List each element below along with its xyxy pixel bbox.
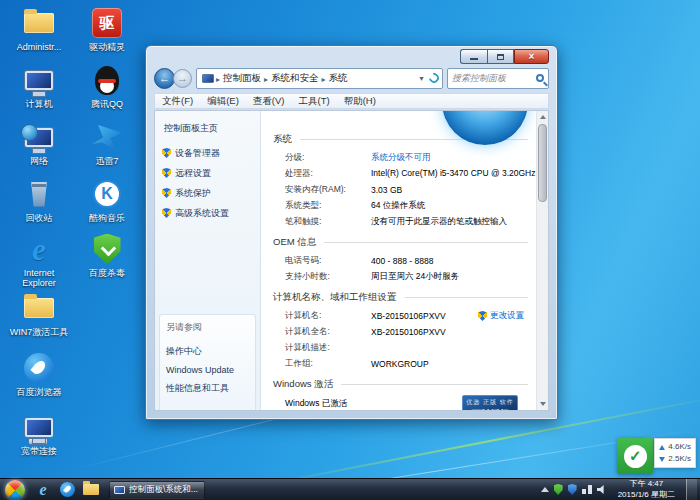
sidebar-item-performance-tools[interactable]: 性能信息和工具 — [166, 378, 249, 398]
network-status-icon[interactable] — [582, 485, 592, 494]
scroll-up-icon[interactable] — [537, 111, 549, 123]
taskbar-ie-button[interactable]: e — [31, 480, 55, 500]
menu-view[interactable]: 查看(V) — [246, 95, 292, 108]
search-box[interactable] — [447, 68, 549, 89]
sidebar-item-advanced-settings[interactable]: 高级系统设置 — [155, 203, 260, 223]
change-settings[interactable]: 更改设置 — [478, 310, 528, 322]
row-label: 计算机名: — [285, 310, 371, 322]
change-settings-link[interactable]: 更改设置 — [490, 310, 524, 322]
thunder-bird-icon — [89, 120, 125, 154]
info-row-workgroup: 工作组: WORKGROUP — [273, 356, 528, 372]
row-label: 计算机全名: — [285, 326, 371, 338]
user-folder-icon — [21, 6, 57, 40]
taskbar-baidu-browser-button[interactable] — [55, 480, 79, 500]
desktop-icon-win7-activation-folder[interactable]: WIN7激活工具 — [8, 291, 70, 337]
volume-icon[interactable] — [597, 485, 607, 495]
desktop-icon-kugou[interactable]: K 酷狗音乐 — [76, 177, 138, 223]
desktop-icon-recycle-bin[interactable]: 回收站 — [8, 177, 70, 223]
breadcrumb-control-panel[interactable]: 控制面板 — [220, 72, 264, 85]
safety-check-widget[interactable] — [617, 438, 653, 474]
icon-label: 宽带连接 — [8, 446, 70, 456]
navigation-bar: ← → 控制面板 系统和安全 系统 ▼ — [154, 66, 549, 90]
clock-time: 下午 4:47 — [618, 479, 675, 489]
info-row-system-type: 系统类型: 64 位操作系统 — [273, 198, 528, 214]
row-value: 没有可用于此显示器的笔或触控输入 — [371, 216, 507, 228]
broadband-connection-icon — [21, 410, 57, 444]
desktop-icon-qq[interactable]: 腾讯QQ — [76, 63, 138, 109]
row-value: 400 - 888 - 8888 — [371, 256, 433, 266]
sidebar: 控制面板主页 设备管理器 远程设置 系统保护 高级系统设置 — [155, 111, 261, 410]
taskbar-clock[interactable]: 下午 4:47 2015/1/6 星期二 — [612, 479, 681, 500]
info-row-phone: 电话号码: 400 - 888 - 8888 — [273, 253, 528, 269]
activation-status: Windows 已激活 — [285, 395, 462, 410]
sidebar-item-action-center[interactable]: 操作中心 — [166, 341, 249, 361]
menu-help[interactable]: 帮助(H) — [337, 95, 383, 108]
close-button[interactable]: × — [514, 49, 549, 64]
breadcrumb-system[interactable]: 系统 — [326, 72, 351, 85]
icon-label: 百度杀毒 — [76, 268, 138, 278]
search-input[interactable] — [452, 73, 530, 83]
desktop-icon-baidu-antivirus[interactable]: 百度杀毒 — [76, 232, 138, 278]
sidebar-item-windows-update[interactable]: Windows Update — [166, 361, 249, 378]
icon-label: 回收站 — [8, 213, 70, 223]
address-bar[interactable]: 控制面板 系统和安全 系统 ▼ — [196, 68, 443, 89]
icon-label: Administr... — [8, 42, 70, 52]
network-icon — [21, 120, 57, 154]
scrollbar[interactable] — [536, 111, 548, 410]
row-label: 计算机描述: — [285, 342, 371, 354]
computer-icon — [114, 486, 125, 494]
menu-edit[interactable]: 编辑(E) — [200, 95, 246, 108]
minimize-button[interactable] — [460, 49, 487, 64]
folder-icon — [21, 291, 57, 325]
ie-icon: e — [39, 482, 46, 498]
sidebar-item-remote-settings[interactable]: 远程设置 — [155, 163, 260, 183]
green-shield-icon — [89, 232, 125, 266]
control-panel-icon — [202, 74, 214, 83]
sidebar-item-system-protection[interactable]: 系统保护 — [155, 183, 260, 203]
row-label: 支持小时数: — [285, 271, 371, 283]
desktop-icon-computer[interactable]: 计算机 — [8, 63, 70, 109]
desktop-icon-baidu-browser[interactable]: 百度浏览器 — [8, 351, 70, 397]
desktop-icon-internet-explorer[interactable]: e Internet Explorer — [8, 232, 70, 289]
sidebar-item-control-panel-home[interactable]: 控制面板主页 — [155, 119, 260, 143]
row-value: 3.03 GB — [371, 185, 402, 195]
show-desktop-button[interactable] — [686, 479, 697, 500]
start-button[interactable] — [5, 480, 25, 500]
rating-link[interactable]: 系统分级不可用 — [371, 152, 431, 164]
hidden-icons-arrow-icon[interactable] — [541, 487, 549, 492]
genuine-badge[interactable]: 优选 正版 软件 正版授权 安全 稳定 声誉 — [462, 395, 518, 410]
scrollbar-thumb[interactable] — [538, 124, 547, 202]
caption-buttons: × — [460, 49, 549, 64]
icon-label: 腾讯QQ — [76, 99, 138, 109]
address-dropdown-icon[interactable]: ▼ — [418, 75, 425, 82]
taskbar-explorer-button[interactable] — [79, 480, 103, 500]
icon-label: 百度浏览器 — [8, 387, 70, 397]
download-icon — [659, 457, 665, 462]
desktop-icon-thunder[interactable]: 迅雷7 — [76, 120, 138, 166]
info-row-full-name: 计算机全名: XB-20150106PXVV — [273, 324, 528, 340]
back-button[interactable]: ← — [154, 68, 175, 89]
clock-date: 2015/1/6 星期二 — [618, 490, 675, 500]
task-button-label: 控制面板\系统和... — [129, 484, 198, 496]
sidebar-item-label: 远程设置 — [175, 167, 211, 180]
tray-antivirus-icon[interactable] — [554, 484, 563, 495]
row-value: 周日至周六 24小时服务 — [371, 271, 459, 283]
menu-tools[interactable]: 工具(T) — [291, 95, 336, 108]
sidebar-item-device-manager[interactable]: 设备管理器 — [155, 143, 260, 163]
maximize-button[interactable] — [487, 49, 514, 64]
desktop: Administr... 计算机 网络 回收站 e Internet Explo… — [0, 0, 700, 500]
tray-security-icon[interactable] — [568, 484, 577, 495]
checkmark-icon — [624, 445, 647, 468]
desktop-icon-administrator[interactable]: Administr... — [8, 6, 70, 52]
breadcrumb-system-security[interactable]: 系统和安全 — [268, 72, 322, 85]
desktop-icon-network[interactable]: 网络 — [8, 120, 70, 166]
refresh-icon[interactable] — [427, 71, 441, 85]
row-value: XB-20150106PXVV — [371, 327, 446, 337]
desktop-icon-broadband[interactable]: 宽带连接 — [8, 410, 70, 456]
forward-button[interactable]: → — [173, 69, 192, 88]
scroll-down-icon[interactable] — [537, 398, 549, 410]
task-button-control-panel[interactable]: 控制面板\系统和... — [109, 481, 205, 499]
desktop-icon-driver-genius[interactable]: 驱 驱动精灵 — [76, 6, 138, 52]
search-icon[interactable] — [536, 74, 544, 82]
menu-file[interactable]: 文件(F) — [155, 95, 200, 108]
